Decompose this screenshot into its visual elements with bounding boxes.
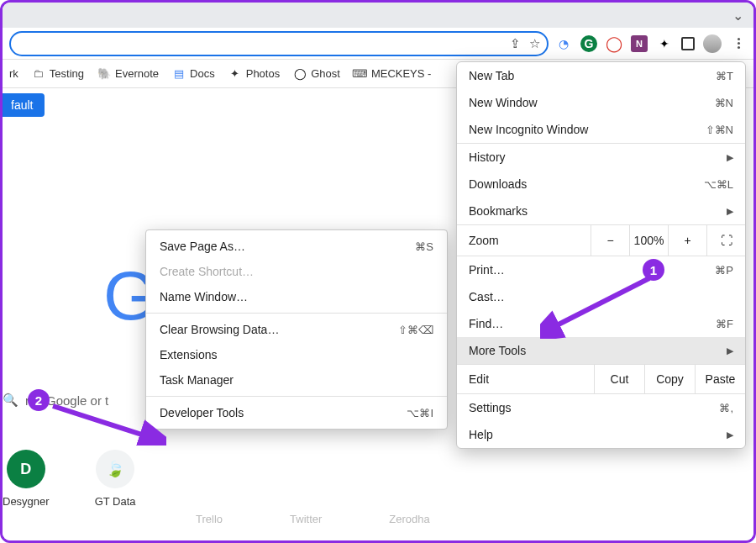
star-icon[interactable]: ☆: [529, 36, 540, 51]
menu-downloads[interactable]: Downloads⌥⌘L: [457, 171, 745, 198]
zoom-in-button[interactable]: +: [668, 225, 706, 256]
zoom-level: 100%: [629, 225, 668, 256]
submenu-save-page[interactable]: Save Page As…⌘S: [146, 234, 447, 259]
chevron-down-icon[interactable]: ⌄: [732, 8, 743, 24]
submenu-dev-tools[interactable]: Developer Tools⌥⌘I: [146, 400, 447, 425]
submenu-clear-browsing[interactable]: Clear Browsing Data…⇧⌘⌫: [146, 317, 447, 342]
shortcut-gtdata[interactable]: 🍃GT Data: [95, 450, 136, 508]
cut-button[interactable]: Cut: [594, 365, 644, 393]
chevron-right-icon: ▶: [727, 206, 733, 217]
shortcut-icon: D: [7, 450, 45, 488]
fullscreen-button[interactable]: ⛶: [706, 225, 745, 256]
menu-incognito[interactable]: New Incognito Window⇧⌘N: [457, 116, 745, 143]
folder-icon: 🗀: [32, 67, 45, 81]
onenote-icon[interactable]: N: [631, 35, 648, 52]
submenu-create-shortcut: Create Shortcut…: [146, 259, 447, 284]
docs-icon: ▤: [172, 67, 186, 81]
paste-button[interactable]: Paste: [695, 365, 745, 393]
menu-settings[interactable]: Settings⌘,: [457, 394, 745, 421]
search-icon: 🔍: [3, 393, 18, 408]
grammarly-icon[interactable]: G: [580, 35, 597, 52]
evernote-icon: 🐘: [97, 67, 111, 81]
ext-icon-1[interactable]: ◔: [555, 35, 572, 52]
ntp-shortcuts: DDesygner 🍃GT Data Trello: [3, 450, 220, 508]
shortcut-desygner[interactable]: DDesygner: [3, 450, 50, 508]
submenu-task-manager[interactable]: Task Manager: [146, 367, 447, 393]
puzzle-icon[interactable]: ✦: [656, 35, 673, 52]
copy-button[interactable]: Copy: [644, 365, 695, 393]
ghost-icon: ◯: [293, 67, 307, 81]
photos-icon: ✦: [228, 67, 242, 81]
menu-new-tab[interactable]: New Tab⌘T: [457, 62, 745, 89]
bookmark-item[interactable]: 🗀Testing: [32, 67, 84, 81]
annotation-badge-1: 1: [643, 259, 664, 281]
zoom-label: Zoom: [457, 234, 591, 247]
window-titlebar: ⌄: [3, 3, 753, 28]
share-icon[interactable]: ⇪: [510, 36, 521, 51]
default-button[interactable]: fault: [0, 93, 45, 117]
bookmark-item[interactable]: ◯Ghost: [293, 67, 340, 81]
zoom-out-button[interactable]: −: [591, 225, 629, 256]
submenu-separator: [146, 396, 447, 397]
annotation-badge-2: 2: [28, 389, 50, 411]
shortcut-icon: 🍃: [96, 450, 134, 488]
bookmark-item[interactable]: ✦Photos: [228, 67, 280, 81]
bookmark-item[interactable]: ⌨MECKEYS -: [354, 67, 432, 81]
submenu-name-window[interactable]: Name Window…: [146, 284, 447, 309]
more-tools-submenu: Save Page As…⌘S Create Shortcut… Name Wi…: [145, 229, 448, 430]
chevron-right-icon: ▶: [727, 152, 733, 163]
chevron-right-icon: ▶: [727, 345, 733, 356]
bookmark-item[interactable]: rk: [9, 67, 18, 80]
bookmark-item[interactable]: ▤Docs: [172, 67, 215, 81]
meckeys-icon: ⌨: [354, 67, 367, 81]
edit-label: Edit: [457, 372, 594, 386]
omnibox[interactable]: ⇪ ☆: [9, 31, 549, 56]
extension-toolbar: ◔ G ◯ N ✦: [555, 34, 747, 53]
menu-bookmarks[interactable]: Bookmarks▶: [457, 198, 745, 224]
address-bar-row: ⇪ ☆ ◔ G ◯ N ✦: [3, 28, 753, 60]
profile-avatar[interactable]: [703, 34, 722, 53]
opera-icon[interactable]: ◯: [606, 35, 622, 52]
menu-print[interactable]: Print…⌘P: [457, 256, 745, 283]
bookmark-item[interactable]: 🐘Evernote: [97, 67, 159, 81]
menu-new-window[interactable]: New Window⌘N: [457, 89, 745, 116]
chrome-main-menu: New Tab⌘T New Window⌘N New Incognito Win…: [456, 61, 746, 449]
submenu-separator: [146, 313, 447, 314]
menu-help[interactable]: Help▶: [457, 421, 745, 448]
submenu-extensions[interactable]: Extensions: [146, 342, 447, 367]
menu-zoom-row: Zoom − 100% + ⛶: [457, 224, 745, 256]
menu-cast[interactable]: Cast…: [457, 283, 745, 310]
sidepanel-icon[interactable]: [681, 37, 695, 50]
kebab-menu-icon[interactable]: [730, 38, 747, 49]
menu-edit-row: Edit Cut Copy Paste: [457, 364, 745, 394]
menu-history[interactable]: History▶: [457, 144, 745, 171]
menu-find[interactable]: Find…⌘F: [457, 310, 745, 337]
menu-more-tools[interactable]: More Tools▶: [457, 337, 745, 364]
faded-shortcut-labels: TrelloTwitterZerodha: [196, 513, 430, 525]
chevron-right-icon: ▶: [727, 430, 733, 440]
